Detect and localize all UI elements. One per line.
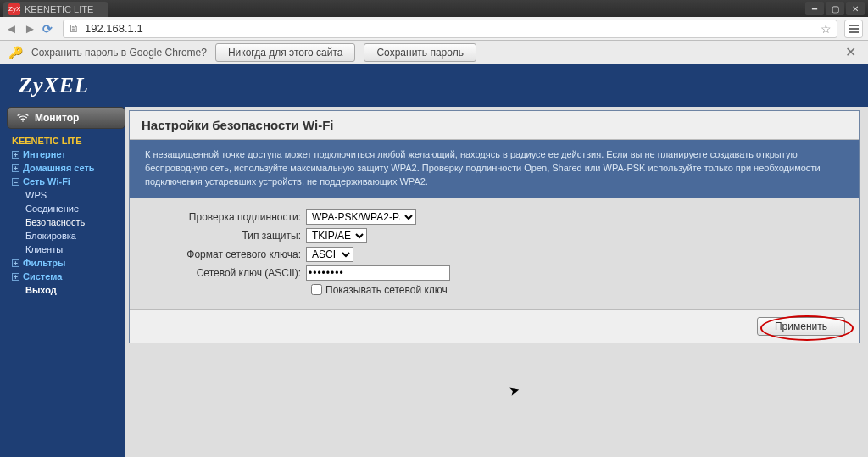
router-admin-page: ZyXEL Монитор KEENETIC LITE +Интернет +Д… [0, 64, 868, 457]
network-key-label: Сетевой ключ (ASCII): [145, 267, 306, 279]
nav-filters[interactable]: +Фильтры [7, 256, 125, 270]
expand-icon: + [12, 259, 19, 267]
save-password-infobar: 🔑 Сохранить пароль в Google Chrome? Нико… [0, 41, 868, 64]
never-save-button[interactable]: Никогда для этого сайта [215, 43, 356, 62]
nav-tree: KEENETIC LITE +Интернет +Домашняя сеть –… [7, 134, 125, 297]
apply-button[interactable]: Применить [757, 317, 845, 336]
protection-select[interactable]: TKIP/AES [306, 228, 367, 243]
back-button[interactable]: ◄ [5, 21, 17, 36]
show-key-checkbox[interactable] [311, 284, 322, 295]
nav-wifi-wps[interactable]: WPS [7, 188, 125, 202]
nav-internet[interactable]: +Интернет [7, 148, 125, 161]
monitor-tab[interactable]: Монитор [7, 107, 125, 129]
infobar-close-button[interactable]: ✕ [842, 44, 860, 60]
security-panel: Настройки безопасности Wi-Fi К незащищен… [129, 110, 860, 343]
window-maximize-button[interactable]: ▢ [826, 2, 844, 15]
url-input[interactable] [85, 22, 815, 35]
key-format-select[interactable]: ASCII [306, 247, 353, 262]
nav-device[interactable]: KEENETIC LITE [7, 134, 125, 148]
bookmark-star-icon[interactable]: ☆ [821, 22, 832, 36]
key-icon: 🔑 [8, 46, 23, 59]
monitor-label: Монитор [35, 112, 79, 124]
sidebar: Монитор KEENETIC LITE +Интернет +Домашня… [0, 107, 125, 297]
window-close-button[interactable]: ✕ [846, 2, 865, 15]
favicon-icon: ZyX [8, 3, 20, 15]
auth-label: Проверка подлинности: [145, 211, 306, 223]
infobar-prompt: Сохранить пароль в Google Chrome? [31, 47, 207, 59]
auth-select[interactable]: WPA-PSK/WPA2-PSK [306, 209, 416, 225]
brand-logo: ZyXEL [0, 64, 868, 107]
browser-tab[interactable]: ZyX KEENETIC LITE [3, 2, 108, 17]
security-form: Проверка подлинности: WPA-PSK/WPA2-PSK Т… [130, 198, 859, 309]
browser-toolbar: ◄ ► ⟳ 🗎 ☆ [0, 17, 868, 41]
forward-button[interactable]: ► [24, 21, 36, 36]
nav-system[interactable]: +Система [7, 270, 125, 283]
nav-home-network[interactable]: +Домашняя сеть [7, 161, 125, 175]
window-titlebar: ZyX KEENETIC LITE ━ ▢ ✕ [0, 0, 868, 17]
nav-wifi-block[interactable]: Блокировка [7, 229, 125, 242]
panel-footer: Применить [130, 309, 859, 343]
reload-button[interactable]: ⟳ [42, 22, 56, 36]
wifi-icon [16, 114, 30, 122]
expand-icon: + [12, 151, 19, 159]
expand-icon: + [12, 273, 19, 281]
address-bar[interactable]: 🗎 ☆ [63, 20, 837, 38]
expand-icon: + [12, 164, 19, 172]
show-key-label: Показывать сетевой ключ [326, 284, 448, 296]
browser-menu-button[interactable] [844, 20, 863, 38]
svg-point-0 [22, 120, 24, 122]
nav-exit[interactable]: Выход [7, 283, 125, 297]
nav-wifi-security[interactable]: Безопасность [7, 215, 125, 229]
save-password-button[interactable]: Сохранить пароль [364, 43, 476, 62]
nav-wifi-clients[interactable]: Клиенты [7, 242, 125, 256]
panel-description: К незащищенной точке доступа может подкл… [130, 140, 859, 198]
collapse-icon: – [12, 178, 19, 186]
protection-label: Тип защиты: [145, 230, 306, 242]
key-format-label: Формат сетевого ключа: [145, 248, 306, 260]
page-icon: 🗎 [69, 22, 80, 35]
main-area: Настройки безопасности Wi-Fi К незащищен… [125, 107, 868, 457]
tab-title: KEENETIC LITE [25, 4, 93, 14]
window-minimize-button[interactable]: ━ [805, 2, 824, 15]
panel-title: Настройки безопасности Wi-Fi [130, 111, 859, 140]
network-key-input[interactable] [306, 265, 450, 281]
nav-wifi[interactable]: –Сеть Wi-Fi [7, 175, 125, 188]
nav-wifi-connection[interactable]: Соединение [7, 202, 125, 215]
